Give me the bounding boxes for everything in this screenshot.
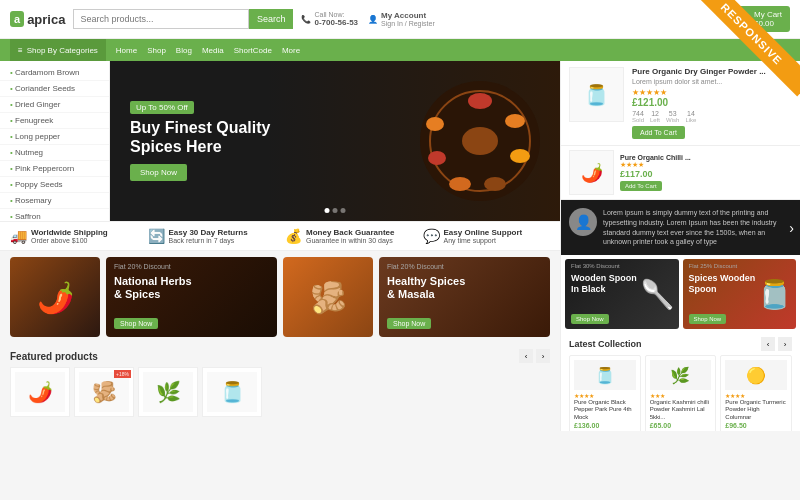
spice-promo-1-title: Wooden SpoonIn Black <box>571 273 637 295</box>
promo-1-label: Flat 20% Discount <box>114 263 171 270</box>
svg-point-9 <box>462 127 498 155</box>
main-layout: Cardamom Brown Coriander Seeds Dried Gin… <box>0 61 800 431</box>
featured-prev[interactable]: ‹ <box>519 349 533 363</box>
product-info-2: Pure Organic Chilli ... ★★★★ £117.00 Add… <box>620 154 792 191</box>
nav-blog[interactable]: Blog <box>176 46 192 55</box>
svg-point-8 <box>426 117 444 131</box>
call-number: 0-700-56-53 <box>314 18 358 27</box>
testimonial-text: Lorem ipsum is simply dummy text of the … <box>603 208 792 247</box>
categories-label: Shop By Categories <box>27 46 98 55</box>
sidebar-item-rosemary[interactable]: Rosemary <box>0 193 109 209</box>
nav-shortcode[interactable]: ShortCode <box>234 46 272 55</box>
collection-item-1: 🌿 ★★★ Organic Kashmiri chilli Powder Kas… <box>645 355 717 431</box>
promo-left-image: 🌶️ <box>10 257 100 337</box>
hero-title: Buy Finest QualitySpices Here <box>130 118 270 156</box>
feature-guarantee-desc: Guarantee in within 30 days <box>306 237 394 244</box>
svg-point-6 <box>449 177 471 191</box>
returns-icon: 🔄 <box>148 228 165 244</box>
feature-support-title: Easy Online Support <box>444 228 523 237</box>
svg-point-3 <box>505 114 525 128</box>
nav-media[interactable]: Media <box>202 46 224 55</box>
product-image: 🫙 <box>569 67 624 122</box>
sidebar-item-coriander[interactable]: Coriander Seeds <box>0 81 109 97</box>
search-bar: Search <box>73 9 293 29</box>
support-icon: 💬 <box>423 228 440 244</box>
add-to-cart-button[interactable]: Add To Cart <box>632 126 685 139</box>
latest-prev[interactable]: ‹ <box>761 337 775 351</box>
features-strip: 🚚 Worldwide Shipping Order above $100 🔄 … <box>0 221 560 251</box>
coll-stars-0: ★★★★ <box>574 392 636 399</box>
hero-row: Cardamom Brown Coriander Seeds Dried Gin… <box>0 61 560 221</box>
spice-promo-2-label: Flat 25% Discount <box>689 263 738 269</box>
call-label: Call Now: <box>314 11 358 18</box>
nav-shop[interactable]: Shop <box>147 46 166 55</box>
latest-title: Latest Collection <box>569 339 642 349</box>
sidebar-item-pink[interactable]: Pink Peppercorn <box>0 161 109 177</box>
add-to-cart-button-2[interactable]: Add To Cart <box>620 181 662 191</box>
sidebar-item-saffron[interactable]: Saffron <box>0 209 109 221</box>
promo-banner-1[interactable]: Flat 20% Discount National Herbs& Spices… <box>106 257 277 337</box>
right-panel: 🫙 Pure Organic Dry Ginger Powder ... Lor… <box>560 61 800 431</box>
sidebar-item-poppy[interactable]: Poppy Seeds <box>0 177 109 193</box>
spice-promo-1-button[interactable]: Shop Now <box>571 314 609 324</box>
promo-2-title: Healthy Spices& Masala <box>387 275 465 301</box>
featured-header: Featured products ‹ › <box>10 349 550 363</box>
latest-nav: ‹ › <box>761 337 792 351</box>
nav-more[interactable]: More <box>282 46 300 55</box>
spice-promo-1[interactable]: 🥄 Flat 30% Discount Wooden SpoonIn Black… <box>565 259 679 329</box>
hero-dot-2[interactable] <box>333 208 338 213</box>
sidebar-item-longpepper[interactable]: Long pepper <box>0 129 109 145</box>
sidebar-item-nutmeg[interactable]: Nutmeg <box>0 145 109 161</box>
feature-guarantee-title: Money Back Guarantee <box>306 228 394 237</box>
account-info[interactable]: 👤 My Account Sign In / Register <box>368 11 435 27</box>
feature-shipping-desc: Order above $100 <box>31 237 108 244</box>
logo-icon: a <box>10 11 24 27</box>
sidebar-item-cardamom[interactable]: Cardamom Brown <box>0 65 109 81</box>
featured-next[interactable]: › <box>536 349 550 363</box>
account-label: My Account <box>381 11 435 20</box>
hero-spice-image <box>415 76 545 206</box>
product-price-2: £117.00 <box>620 169 792 179</box>
hero-dot-1[interactable] <box>325 208 330 213</box>
nav-home[interactable]: Home <box>116 46 137 55</box>
coll-stars-2: ★★★★ <box>725 392 787 399</box>
featured-img-1: 🫚 <box>79 372 129 412</box>
spice-promo-2[interactable]: 🫙 Flat 25% Discount Spices WoodenSpoon S… <box>683 259 797 329</box>
meta-left: 12 Left <box>650 110 660 123</box>
featured-section: Featured products ‹ › 🌶️ 🫚 +18% <box>0 343 560 423</box>
spice-promo-1-label: Flat 30% Discount <box>571 263 620 269</box>
hero-text: Up To 50% Off Buy Finest QualitySpices H… <box>130 101 270 181</box>
feature-support: 💬 Easy Online Support Any time support <box>423 228 551 244</box>
header: a aprica Search 📞 Call Now: 0-700-56-53 … <box>0 0 800 39</box>
promo-2-button[interactable]: Shop Now <box>387 318 431 329</box>
product-stars-2: ★★★★ <box>620 161 792 169</box>
feature-returns: 🔄 Easy 30 Day Returns Back return in 7 d… <box>148 228 276 244</box>
hero-dot-3[interactable] <box>341 208 346 213</box>
search-button[interactable]: Search <box>249 9 294 29</box>
testimonial-next[interactable]: › <box>789 220 794 236</box>
categories-button[interactable]: ≡ Shop By Categories <box>10 39 106 61</box>
search-input[interactable] <box>73 9 248 29</box>
meta-like-label: Like <box>685 117 696 123</box>
featured-item-1: 🫚 +18% <box>74 367 134 417</box>
latest-next[interactable]: › <box>778 337 792 351</box>
hero-shop-button[interactable]: Shop Now <box>130 164 187 181</box>
promo-2-title-2: & Masala <box>387 288 435 300</box>
featured-nav: ‹ › <box>519 349 550 363</box>
responsive-badge: RESPONSIVE <box>690 0 800 110</box>
featured-items: 🌶️ 🫚 +18% 🌿 🫙 <box>10 367 550 417</box>
promo-banner-2[interactable]: Flat 20% Discount Healthy Spices& Masala… <box>379 257 550 337</box>
nav-links: Home Shop Blog Media ShortCode More <box>116 46 300 55</box>
latest-header: Latest Collection ‹ › <box>569 337 792 351</box>
featured-img-3: 🫙 <box>207 372 257 412</box>
promo-1-button[interactable]: Shop Now <box>114 318 158 329</box>
spice-promo-2-button[interactable]: Shop Now <box>689 314 727 324</box>
call-info: 📞 Call Now: 0-700-56-53 <box>301 11 358 27</box>
meta-wish: 53 Wish <box>666 110 679 123</box>
account-sub: Sign In / Register <box>381 20 435 27</box>
coll-img-1: 🌿 <box>650 360 712 390</box>
sidebar-item-fenugreek[interactable]: Fenugreek <box>0 113 109 129</box>
sidebar-item-ginger[interactable]: Dried Ginger <box>0 97 109 113</box>
hero-dots <box>325 208 346 213</box>
meta-sold-label: Sold <box>632 117 644 123</box>
